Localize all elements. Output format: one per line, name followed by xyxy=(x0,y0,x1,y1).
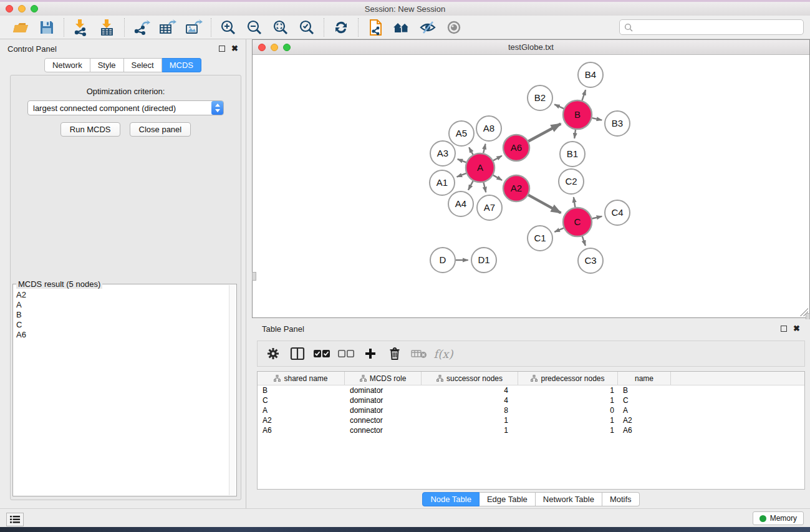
graph-edge-A-A3[interactable] xyxy=(458,159,466,162)
table-row[interactable]: Adominator80A xyxy=(258,405,804,415)
graph-edge-A-A4[interactable] xyxy=(468,181,473,190)
graph-node-A7[interactable]: A7 xyxy=(477,195,502,220)
graph-edge-A-A2[interactable] xyxy=(493,175,502,180)
hide-selection-eye-icon[interactable] xyxy=(417,17,438,37)
import-table-icon[interactable] xyxy=(97,17,118,37)
refresh-icon[interactable] xyxy=(330,17,352,37)
table-row[interactable]: A6connector11A6 xyxy=(258,425,804,435)
graph-node-D[interactable]: D xyxy=(430,248,455,273)
result-item[interactable]: A xyxy=(14,300,229,310)
node-table[interactable]: shared nameMCDS rolesuccessor nodesprede… xyxy=(257,371,805,490)
graph-node-B2[interactable]: B2 xyxy=(528,85,552,110)
graph-node-B4[interactable]: B4 xyxy=(578,62,603,87)
table-row[interactable]: A2connector11A2 xyxy=(258,415,804,425)
zoom-selected-icon[interactable] xyxy=(296,17,317,37)
import-network-icon[interactable] xyxy=(70,17,92,37)
export-table-icon[interactable] xyxy=(157,17,178,37)
select-all-checkboxes-icon[interactable] xyxy=(312,344,331,363)
graph-edge-A-A5[interactable] xyxy=(469,147,473,155)
column-header-successor-nodes[interactable]: successor nodes xyxy=(422,372,518,385)
graph-node-B3[interactable]: B3 xyxy=(605,111,630,136)
tab-node-table[interactable]: Node Table xyxy=(422,492,480,506)
graph-node-D1[interactable]: D1 xyxy=(471,248,496,273)
export-network-icon[interactable] xyxy=(131,17,152,37)
tab-edge-table[interactable]: Edge Table xyxy=(480,492,536,506)
zoom-out-icon[interactable] xyxy=(244,17,265,37)
search-input[interactable] xyxy=(633,22,803,32)
column-header-shared-name[interactable]: shared name xyxy=(258,372,345,385)
network-canvas[interactable]: B4B2BB3A8A5A6A3B1AC2A1A2A4A7C4CC1C3DD1 xyxy=(253,55,809,317)
graph-edge-C-C1[interactable] xyxy=(554,228,564,232)
table-row[interactable]: Cdominator41C xyxy=(258,395,804,405)
settings-gear-icon[interactable] xyxy=(264,344,282,363)
close-panel-icon[interactable]: ✖ xyxy=(231,46,238,52)
graph-node-A5[interactable]: A5 xyxy=(449,121,474,146)
result-item[interactable]: C xyxy=(14,320,229,330)
graph-edge-A2-C[interactable] xyxy=(528,195,561,213)
add-column-icon[interactable] xyxy=(361,344,380,363)
table-row[interactable]: Bdominator41B xyxy=(258,385,804,395)
split-columns-icon[interactable] xyxy=(288,344,307,363)
column-header-name[interactable]: name xyxy=(618,372,671,385)
result-item[interactable]: A6 xyxy=(14,330,229,340)
delete-column-trash-icon[interactable] xyxy=(385,344,404,363)
graph-edge-B-B4[interactable] xyxy=(582,90,586,100)
graph-edge-A6-B[interactable] xyxy=(528,123,561,141)
delete-table-icon[interactable] xyxy=(410,344,428,363)
zoom-in-icon[interactable] xyxy=(218,17,239,37)
tab-select[interactable]: Select xyxy=(124,58,162,72)
new-network-from-file-icon[interactable] xyxy=(365,17,386,37)
mcds-result-list[interactable]: A2ABCA6 xyxy=(14,285,229,495)
optimization-criterion-dropdown[interactable]: largest connected component (directed) xyxy=(27,100,224,115)
tab-network-table[interactable]: Network Table xyxy=(536,492,602,506)
tab-style[interactable]: Style xyxy=(90,58,124,72)
memory-button[interactable]: Memory xyxy=(753,511,804,525)
export-image-icon[interactable] xyxy=(183,17,205,37)
graph-node-A6[interactable]: A6 xyxy=(503,135,529,161)
float-panel-icon[interactable] xyxy=(219,46,225,52)
tab-network[interactable]: Network xyxy=(44,58,90,72)
graph-node-C[interactable]: C xyxy=(563,208,592,236)
table-float-panel-icon[interactable] xyxy=(781,326,787,332)
result-scrollbar[interactable] xyxy=(229,285,236,495)
graph-edge-A-A8[interactable] xyxy=(483,144,485,153)
graph-node-B[interactable]: B xyxy=(563,100,592,129)
graph-edge-C-C4[interactable] xyxy=(592,216,602,219)
zoom-fit-icon[interactable] xyxy=(270,17,291,37)
column-header-MCDS-role[interactable]: MCDS role xyxy=(345,372,422,385)
graph-edge-C-C2[interactable] xyxy=(574,197,575,207)
graph-node-B1[interactable]: B1 xyxy=(560,142,585,167)
tab-mcds[interactable]: MCDS xyxy=(162,58,201,72)
graph-node-A2[interactable]: A2 xyxy=(503,175,529,201)
graph-edge-B-B1[interactable] xyxy=(574,130,576,138)
network-graph[interactable]: B4B2BB3A8A5A6A3B1AC2A1A2A4A7C4CC1C3DD1 xyxy=(253,55,809,317)
column-header-predecessor-nodes[interactable]: predecessor nodes xyxy=(518,372,618,385)
tab-motifs[interactable]: Motifs xyxy=(602,492,640,506)
result-item[interactable]: A2 xyxy=(14,290,229,300)
graph-edge-A-A7[interactable] xyxy=(483,182,486,192)
graph-node-C3[interactable]: C3 xyxy=(578,248,603,273)
graph-edge-B-B3[interactable] xyxy=(592,118,602,120)
graph-node-A[interactable]: A xyxy=(466,153,494,182)
search-field[interactable] xyxy=(619,19,804,35)
graph-edge-A-A6[interactable] xyxy=(493,156,502,161)
graph-edge-B-B2[interactable] xyxy=(554,104,564,109)
graph-edge-A-A1[interactable] xyxy=(457,173,466,177)
open-folder-icon[interactable] xyxy=(10,17,31,37)
left-splitter-grip[interactable] xyxy=(252,272,256,281)
result-item[interactable]: B xyxy=(14,310,229,320)
show-selection-eye-icon[interactable] xyxy=(443,17,465,37)
function-builder-icon[interactable]: f(x) xyxy=(434,344,453,363)
graph-node-A3[interactable]: A3 xyxy=(430,141,455,166)
graph-edge-C-C3[interactable] xyxy=(582,236,586,246)
graph-node-C1[interactable]: C1 xyxy=(528,226,552,251)
graph-node-A4[interactable]: A4 xyxy=(448,191,473,216)
save-session-icon[interactable] xyxy=(36,17,57,37)
run-mcds-button[interactable]: Run MCDS xyxy=(60,122,120,137)
graph-node-A8[interactable]: A8 xyxy=(476,116,501,141)
table-close-panel-icon[interactable]: ✖ xyxy=(793,326,800,332)
graph-node-C2[interactable]: C2 xyxy=(559,169,584,194)
graph-node-A1[interactable]: A1 xyxy=(430,170,455,195)
graph-node-C4[interactable]: C4 xyxy=(605,200,630,225)
close-panel-button[interactable]: Close panel xyxy=(130,122,191,137)
